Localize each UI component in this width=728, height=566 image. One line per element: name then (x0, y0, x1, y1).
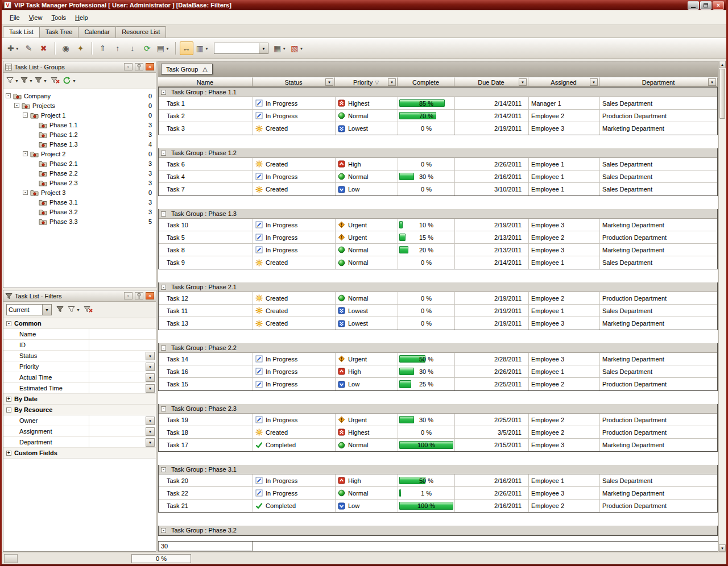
cell-priority[interactable]: High (336, 475, 398, 486)
cell-due-date[interactable]: 2/19/2011 (455, 292, 529, 304)
cell-assigned[interactable]: Employee 3 (529, 487, 600, 499)
cell-assigned[interactable]: Employee 2 (529, 426, 600, 438)
cell-name[interactable]: Task 7 (159, 183, 253, 195)
group-header-row[interactable]: -Task Group : Phase 3.1 (159, 465, 717, 475)
cell-assigned[interactable]: Employee 1 (529, 256, 600, 269)
cell-assigned[interactable]: Employee 3 (529, 317, 600, 330)
cell-due-date[interactable]: 2/28/2011 (455, 353, 529, 365)
cell-due-date[interactable]: 2/26/2011 (455, 487, 529, 499)
group-header-row[interactable]: -Task Group : Phase 1.1 (159, 88, 717, 97)
cell-complete[interactable]: 1 % (398, 487, 455, 499)
tree-item-phase-2-1[interactable]: Phase 2.13 (3, 159, 156, 168)
task-row[interactable]: Task 9CreatedNormal0 %2/14/2011Employee … (159, 256, 717, 269)
refresh-groups-icon[interactable]: ▼ (63, 74, 76, 87)
scroll-up-icon[interactable]: ▲ (719, 61, 726, 68)
pin-icon[interactable] (135, 292, 143, 299)
dropdown-arrow-icon[interactable]: ▼ (205, 47, 209, 51)
cell-due-date[interactable]: 2/14/2011 (455, 110, 529, 122)
cell-department[interactable]: Sales Department (600, 305, 717, 317)
tree-expander-icon[interactable]: - (14, 103, 19, 108)
task-row[interactable]: Task 8In ProgressNormal20 %2/13/2011Empl… (159, 244, 717, 256)
group-collapse-icon[interactable]: - (161, 285, 166, 290)
task-row[interactable]: Task 3CreatedLowest0 %2/19/2011Employee … (159, 122, 717, 135)
group-collapse-icon[interactable]: - (161, 406, 166, 411)
cell-status[interactable]: In Progress (253, 365, 336, 377)
cell-name[interactable]: Task 16 (159, 365, 253, 377)
cell-assigned[interactable]: Employee 3 (529, 244, 600, 256)
cell-department[interactable]: Sales Department (600, 256, 717, 269)
tree-expander-icon[interactable]: - (23, 190, 28, 195)
cell-priority[interactable]: Lowest (336, 122, 398, 135)
assign-resource-icon[interactable]: ✦ (74, 41, 88, 55)
column-filter-icon[interactable]: ▼ (519, 78, 527, 86)
cell-name[interactable]: Task 20 (159, 475, 253, 486)
group-expander-icon[interactable]: + (6, 397, 11, 402)
dropdown-arrow-icon[interactable]: ▼ (15, 79, 19, 83)
cell-assigned[interactable]: Employee 3 (529, 439, 600, 451)
dropdown-arrow-icon[interactable]: ▼ (76, 308, 80, 312)
toolbar-filter-combo[interactable]: ▼ (214, 43, 268, 54)
cell-priority[interactable]: Normal (336, 292, 398, 304)
column-filter-icon[interactable]: ▼ (325, 78, 333, 86)
delete-task-icon[interactable]: ✖ (37, 41, 51, 55)
pin-icon[interactable] (135, 63, 143, 70)
group-header-row[interactable]: -Task Group : Phase 3.2 (159, 526, 717, 535)
cell-department[interactable]: Production Department (600, 110, 717, 122)
cell-department[interactable]: Production Department (600, 426, 717, 438)
tab-task-tree[interactable]: Task Tree (39, 26, 79, 38)
cell-status[interactable]: In Progress (253, 110, 336, 122)
cell-name[interactable]: Task 6 (159, 158, 253, 170)
cell-assigned[interactable]: Employee 2 (529, 231, 600, 243)
filter-group-common[interactable]: -Common (3, 318, 156, 329)
filter-dropdown-icon[interactable]: ▼ (146, 373, 155, 382)
dropdown-arrow-icon[interactable]: ▼ (29, 79, 33, 83)
panel-close-button[interactable]: × (146, 63, 154, 70)
group-collapse-icon[interactable]: - (161, 528, 166, 533)
filter-dropdown-icon[interactable]: ▼ (146, 352, 155, 360)
cell-complete[interactable]: 20 % (398, 244, 455, 256)
cell-priority[interactable]: Normal (336, 110, 398, 122)
task-row[interactable]: Task 11CreatedLowest0 %2/19/2011Employee… (159, 305, 717, 317)
cell-name[interactable]: Task 22 (159, 487, 253, 499)
cell-status[interactable]: In Progress (253, 219, 336, 231)
group-header-row[interactable]: -Task Group : Phase 2.3 (159, 404, 717, 414)
tree-item-phase-3-3[interactable]: Phase 3.35 (3, 217, 156, 226)
filter-field-value[interactable] (89, 340, 156, 350)
cell-name[interactable]: Task 8 (159, 244, 253, 256)
menu-tools[interactable]: Tools (47, 12, 71, 23)
filter-dropdown-icon[interactable]: ▼ (146, 427, 155, 436)
refresh-icon[interactable]: ⟳ (140, 41, 154, 55)
scroll-down-icon[interactable]: ▼ (719, 544, 726, 552)
dropdown-arrow-icon[interactable]: ▼ (43, 79, 47, 83)
cell-status[interactable]: Created (253, 183, 336, 195)
minimize-button[interactable] (688, 1, 699, 10)
group-expander-icon[interactable]: - (6, 321, 11, 326)
cell-department[interactable]: Marketing Department (600, 487, 717, 499)
edit-task-icon[interactable]: ✎ (22, 41, 36, 55)
cell-status[interactable]: Created (253, 317, 336, 330)
move-up-icon[interactable]: ↑ (111, 41, 125, 55)
column-header-status[interactable]: Status▼ (253, 77, 335, 87)
cell-name[interactable]: Task 5 (159, 231, 253, 243)
cell-name[interactable]: Task 3 (159, 122, 253, 135)
move-down-icon[interactable]: ↓ (126, 41, 139, 55)
column-filter-icon[interactable]: ▼ (590, 78, 598, 86)
filter-groups-icon[interactable]: ▼ (20, 74, 33, 87)
cell-priority[interactable]: High (336, 365, 398, 377)
group-collapse-icon[interactable]: - (161, 211, 166, 217)
cell-department[interactable]: Marketing Department (600, 317, 717, 330)
cell-complete[interactable]: 10 % (398, 219, 455, 231)
task-row[interactable]: Task 7CreatedLow0 %3/10/2011Employee 1Sa… (159, 183, 717, 195)
cell-priority[interactable]: Low (336, 183, 398, 195)
column-header-name[interactable]: Name (158, 77, 253, 87)
cell-status[interactable]: In Progress (253, 97, 336, 109)
cell-priority[interactable]: Lowest (336, 317, 398, 330)
tree-item-phase-1-3[interactable]: Phase 1.34 (3, 139, 156, 149)
cell-due-date[interactable]: 2/26/2011 (455, 158, 529, 170)
cell-status[interactable]: Created (253, 122, 336, 135)
cell-due-date[interactable]: 3/5/2011 (455, 426, 529, 438)
column-header-complete[interactable]: Complete (398, 77, 454, 87)
cell-priority[interactable]: Normal (336, 244, 398, 256)
task-row[interactable]: Task 2In ProgressNormal70 %2/14/2011Empl… (159, 110, 717, 122)
task-row[interactable]: Task 1In ProgressHighest85 %2/14/2011Man… (159, 97, 717, 110)
